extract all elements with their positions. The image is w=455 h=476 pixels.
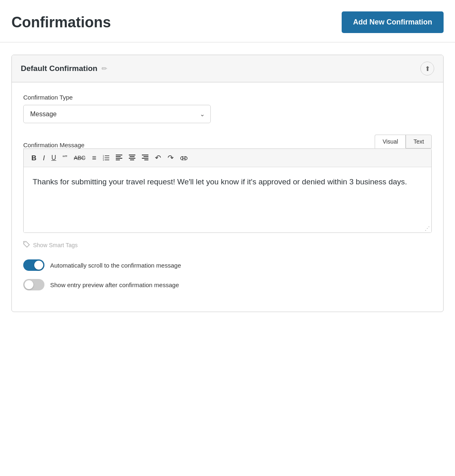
toolbar-bold[interactable]: B	[29, 153, 39, 164]
add-new-confirmation-button[interactable]: Add New Confirmation	[342, 11, 444, 33]
tag-icon	[23, 241, 30, 249]
edit-title-icon[interactable]: ✏	[102, 64, 107, 73]
auto-scroll-toggle-row: Automatically scroll to the confirmation…	[23, 259, 432, 271]
svg-rect-14	[142, 155, 148, 155]
toolbar-underline[interactable]: U	[49, 153, 59, 163]
toggle-knob-2	[24, 280, 33, 289]
toggle-knob	[34, 261, 43, 270]
toolbar-ordered-list[interactable]: 1 2 3	[100, 152, 112, 164]
toolbar-align-center[interactable]	[126, 153, 138, 164]
svg-point-18	[24, 242, 25, 243]
toolbar-unordered-list[interactable]: ≡	[89, 152, 99, 164]
collapse-button[interactable]: ⬆	[420, 62, 434, 75]
svg-rect-13	[130, 159, 134, 160]
card-title: Default Confirmation	[21, 64, 97, 73]
tab-visual[interactable]: Visual	[375, 135, 406, 148]
auto-scroll-label: Automatically scroll to the confirmation…	[50, 262, 181, 269]
editor-tabs: Visual Text	[375, 135, 432, 148]
svg-rect-6	[116, 155, 122, 155]
svg-text:3: 3	[103, 159, 104, 161]
smart-tags-label[interactable]: Show Smart Tags	[33, 242, 77, 248]
toolbar-italic[interactable]: I	[40, 153, 48, 164]
editor-text: Thanks for submitting your travel reques…	[33, 177, 407, 186]
svg-rect-11	[130, 156, 135, 157]
card-body: Confirmation Type Message Page Redirect …	[12, 82, 443, 312]
svg-rect-9	[116, 159, 120, 160]
entry-preview-toggle-row: Show entry preview after confirmation me…	[23, 279, 432, 290]
toolbar-redo[interactable]: ↷	[165, 152, 177, 164]
svg-rect-17	[144, 159, 148, 160]
chevron-up-icon: ⬆	[425, 65, 430, 73]
confirmation-type-wrapper: Message Page Redirect ⌄	[23, 105, 211, 123]
smart-tags-row: Show Smart Tags	[23, 241, 432, 249]
confirmation-type-label: Confirmation Type	[23, 94, 432, 101]
card-header: Default Confirmation ✏ ⬆	[12, 55, 443, 82]
svg-rect-16	[142, 158, 148, 159]
card-header-left: Default Confirmation ✏	[21, 64, 107, 73]
svg-rect-12	[129, 158, 135, 159]
page-header: Confirmations Add New Confirmation	[0, 0, 455, 42]
entry-preview-label: Show entry preview after confirmation me…	[50, 281, 179, 288]
svg-rect-10	[129, 155, 135, 155]
entry-preview-toggle[interactable]	[23, 279, 44, 290]
toolbar-align-right[interactable]	[139, 153, 151, 164]
toolbar-blockquote[interactable]: “”	[60, 153, 70, 164]
svg-rect-15	[144, 156, 148, 157]
confirmation-type-select[interactable]: Message Page Redirect	[23, 105, 211, 123]
confirmation-message-label: Confirmation Message	[23, 142, 84, 148]
editor-header: Confirmation Message Visual Text	[23, 135, 432, 148]
editor-section: Confirmation Message Visual Text B I U “…	[23, 135, 432, 233]
svg-rect-8	[116, 158, 122, 159]
main-content: Default Confirmation ✏ ⬆ Confirmation Ty…	[0, 42, 455, 324]
editor-box: B I U “” ABC ≡ 1 2 3	[23, 148, 432, 233]
editor-toolbar: B I U “” ABC ≡ 1 2 3	[24, 149, 431, 167]
editor-content-area[interactable]: Thanks for submitting your travel reques…	[24, 167, 431, 232]
tab-text[interactable]: Text	[406, 135, 432, 148]
toolbar-link[interactable]	[177, 153, 190, 164]
toolbar-strikethrough[interactable]: ABC	[71, 153, 88, 163]
confirmation-card: Default Confirmation ✏ ⬆ Confirmation Ty…	[11, 55, 444, 312]
toolbar-align-left[interactable]	[113, 153, 125, 164]
resize-handle: ⋰	[422, 226, 430, 231]
page-title: Confirmations	[11, 14, 111, 31]
auto-scroll-toggle[interactable]	[23, 259, 44, 271]
svg-rect-7	[116, 156, 121, 157]
toolbar-undo[interactable]: ↶	[152, 152, 164, 164]
